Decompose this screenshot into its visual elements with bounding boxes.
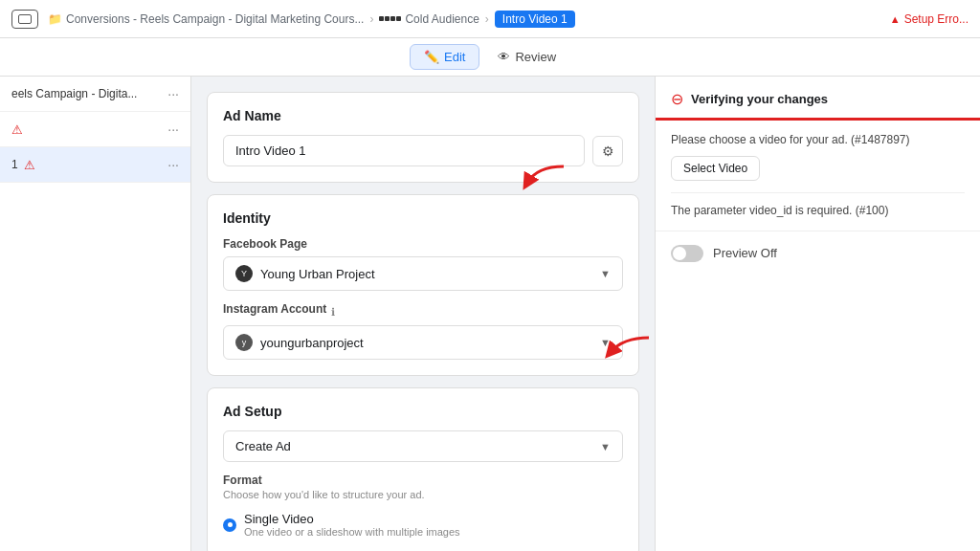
sidebar-toggle[interactable] <box>11 10 38 29</box>
chevron-down-icon-fb: ▼ <box>600 268 611 279</box>
instagram-account-select[interactable]: y youngurbanproject ▼ <box>223 325 623 360</box>
instagram-account-label-row: Instagram Account ℹ <box>223 302 623 321</box>
sidebar-item-3-left: 1 ⚠ <box>11 158 37 172</box>
facebook-page-label: Facebook Page <box>223 237 623 251</box>
top-nav: 📁 Conversions - Reels Campaign - Digital… <box>0 0 980 38</box>
verify-header: ⊖ Verifying your changes <box>656 77 980 121</box>
instagram-avatar: y <box>235 334 253 351</box>
select-video-button[interactable]: Select Video <box>671 156 760 181</box>
action-tabs: ✏️ Edit 👁 Review <box>0 38 980 77</box>
facebook-page-select-left: Y Young Urban Project <box>235 265 375 282</box>
verify-message-1: Please choose a video for your ad. (#148… <box>671 132 965 148</box>
sidebar-item-1-left: eels Campaign - Digita... <box>11 87 137 100</box>
sidebar-item-1-label: eels Campaign - Digita... <box>11 87 137 100</box>
warning-icon-3: ⚠ <box>24 158 35 172</box>
toggle-icon <box>18 14 32 24</box>
radio-dot-single <box>223 518 236 532</box>
ad-name-row: ⚙ <box>223 135 623 166</box>
breadcrumb-cold-audience: Cold Audience <box>379 12 479 26</box>
grid-icon <box>379 16 401 21</box>
format-label: Format <box>223 474 623 487</box>
tab-review-label: Review <box>515 50 556 64</box>
tab-edit-label: Edit <box>444 50 465 64</box>
verify-minus-icon: ⊖ <box>671 90 683 108</box>
setup-error-label: Setup Erro... <box>904 12 969 26</box>
single-video-option[interactable]: Single Video One video or a slideshow wi… <box>223 508 623 541</box>
sidebar-item-3-dots[interactable]: ··· <box>167 157 179 172</box>
edit-icon: ✏️ <box>424 50 439 64</box>
sidebar-item-1-dots[interactable]: ··· <box>167 86 179 101</box>
identity-card: Identity Facebook Page Y Young Urban Pro… <box>207 194 639 376</box>
verify-title: Verifying your changes <box>691 92 828 106</box>
ad-name-input-wrapper: ⚙ <box>223 135 623 166</box>
right-panel: ⊖ Verifying your changes Please choose a… <box>655 77 980 551</box>
ad-name-input[interactable] <box>223 135 585 166</box>
tab-review[interactable]: 👁 Review <box>483 44 570 70</box>
tab-edit[interactable]: ✏️ Edit <box>410 44 479 70</box>
sidebar-item-2[interactable]: ⚠ ··· <box>0 112 190 147</box>
instagram-select-wrapper: y youngurbanproject ▼ <box>223 325 623 360</box>
facebook-page-avatar: Y <box>235 265 253 282</box>
identity-title: Identity <box>223 210 623 226</box>
preview-toggle[interactable] <box>671 245 703 262</box>
sidebar: eels Campaign - Digita... ··· ⚠ ··· 1 ⚠ … <box>0 77 191 551</box>
create-ad-select[interactable]: Create Ad ▼ <box>223 430 623 462</box>
ad-name-title: Ad Name <box>223 108 623 123</box>
create-ad-value: Create Ad <box>235 439 291 453</box>
chevron-down-icon-create: ▼ <box>600 441 611 452</box>
cold-audience-label: Cold Audience <box>405 12 479 26</box>
verify-error-message: The parameter video_id is required. (#10… <box>671 192 965 219</box>
ad-name-card: Ad Name ⚙ <box>207 92 639 183</box>
sidebar-item-1[interactable]: eels Campaign - Digita... ··· <box>0 77 190 112</box>
single-video-text: Single Video One video or a slideshow wi… <box>244 512 460 538</box>
instagram-select-left: y youngurbanproject <box>235 334 364 351</box>
preview-row: Preview Off <box>656 231 980 276</box>
eye-icon: 👁 <box>498 50 510 64</box>
breadcrumb-campaign: Conversions - Reels Campaign - Digital M… <box>66 12 364 26</box>
sidebar-item-2-dots[interactable]: ··· <box>167 121 179 137</box>
breadcrumb-sep-2: › <box>485 12 489 26</box>
single-video-desc: One video or a slideshow with multiple i… <box>244 526 460 538</box>
chevron-down-icon-ig: ▼ <box>600 337 611 348</box>
instagram-account-label: Instagram Account <box>223 302 326 316</box>
ad-setup-title: Ad Setup <box>223 404 623 419</box>
breadcrumb-sep-1: › <box>369 12 373 26</box>
breadcrumb-intro-video: Intro Video 1 <box>495 11 575 28</box>
sidebar-item-3[interactable]: 1 ⚠ ··· <box>0 147 190 183</box>
toggle-knob <box>673 247 686 260</box>
breadcrumb-folder-icon: 📁 Conversions - Reels Campaign - Digital… <box>48 12 364 26</box>
facebook-page-select[interactable]: Y Young Urban Project ▼ <box>223 256 623 291</box>
single-video-label: Single Video <box>244 512 460 526</box>
main-content: eels Campaign - Digita... ··· ⚠ ··· 1 ⚠ … <box>0 77 980 551</box>
ad-setup-card: Ad Setup Create Ad ▼ Format Choose how y… <box>207 387 639 551</box>
preview-label: Preview Off <box>713 246 777 260</box>
folder-icon: 📁 <box>48 12 62 26</box>
form-area: Ad Name ⚙ <box>191 77 655 551</box>
format-desc: Choose how you'd like to structure your … <box>223 489 623 500</box>
gear-button[interactable]: ⚙ <box>592 136 623 166</box>
setup-error-badge: ▲ Setup Erro... <box>890 12 969 26</box>
sidebar-item-3-label: 1 <box>11 158 18 171</box>
sidebar-item-2-left: ⚠ <box>11 122 25 137</box>
instagram-account-value: youngurbanproject <box>260 336 364 350</box>
verify-body: Please choose a video for your ad. (#148… <box>656 121 980 231</box>
info-icon[interactable]: ℹ <box>331 306 335 319</box>
warning-icon-2: ⚠ <box>11 122 23 137</box>
breadcrumb: 📁 Conversions - Reels Campaign - Digital… <box>48 11 879 28</box>
error-triangle-icon: ▲ <box>890 13 901 25</box>
facebook-page-value: Young Urban Project <box>260 267 375 281</box>
radio-dot-inner <box>228 522 233 527</box>
